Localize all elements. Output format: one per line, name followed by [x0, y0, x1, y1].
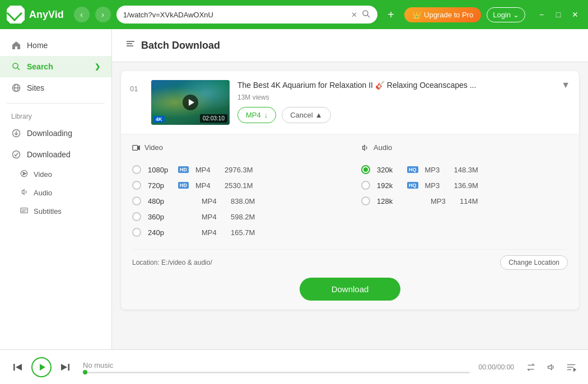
sidebar-item-sites[interactable]: Sites [0, 77, 111, 99]
svg-rect-12 [21, 208, 27, 213]
title-bar: AnyVid ‹ › 1/watch?v=XVkADAwOXnU ✕ + 👑 U… [0, 0, 588, 29]
radio-720p[interactable] [132, 181, 141, 190]
url-bar: 1/watch?v=XVkADAwOXnU ✕ [116, 6, 377, 24]
format-row-1080p[interactable]: 1080p HD MP4 2976.3M [132, 162, 339, 177]
video-section-header: Video [132, 143, 339, 155]
progress-bar[interactable] [83, 372, 470, 373]
time-display: 00:00/00:00 [479, 363, 514, 371]
download-progress-icon [11, 128, 21, 138]
format-row-192k[interactable]: 192k HQ MP3 136.9M [361, 177, 568, 193]
sidebar: Home Search ❯ Sites Library Downloading [0, 29, 112, 349]
mp4-format-button[interactable]: MP4 ↓ [237, 107, 276, 123]
svg-marker-27 [574, 368, 576, 371]
radio-480p[interactable] [132, 196, 141, 205]
app-name: AnyVid [29, 9, 64, 21]
svg-rect-22 [68, 364, 70, 371]
no-music-text: No music [83, 361, 470, 369]
batch-icon [125, 39, 136, 51]
volume-button[interactable] [543, 359, 559, 375]
svg-point-2 [13, 63, 18, 68]
format-row-240p[interactable]: 240p MP4 165.7M [132, 224, 339, 240]
url-search-button[interactable] [362, 10, 371, 20]
radio-192k[interactable] [361, 181, 370, 190]
sidebar-item-search[interactable]: Search ❯ [0, 56, 111, 77]
search-arrow-icon: ❯ [95, 63, 100, 71]
format-panel: Video 1080p HD MP4 2976.3M [121, 134, 579, 310]
radio-320k[interactable] [361, 165, 370, 174]
video-info: The Best 4K Aquarium for Relaxation II 🎸… [237, 80, 570, 123]
upgrade-button[interactable]: 👑 Upgrade to Pro [404, 7, 481, 22]
play-pause-button[interactable] [31, 357, 52, 377]
forward-button[interactable]: › [95, 7, 111, 22]
globe-icon [11, 83, 21, 93]
format-columns: Video 1080p HD MP4 2976.3M [132, 143, 568, 240]
player-controls [9, 357, 74, 377]
login-button[interactable]: Login ⌄ [487, 7, 525, 22]
window-controls: − □ ✕ [535, 8, 581, 21]
play-triangle-icon [189, 99, 194, 106]
app-logo-icon [7, 6, 25, 24]
radio-1080p[interactable] [132, 165, 141, 174]
no-music-area: No music [83, 361, 470, 373]
url-clear-button[interactable]: ✕ [351, 11, 357, 19]
radio-240p[interactable] [132, 228, 141, 237]
radio-128k[interactable] [361, 196, 370, 205]
svg-point-0 [363, 11, 368, 16]
format-row-128k[interactable]: 128k MP3 114M [361, 193, 568, 209]
playlist-button[interactable] [563, 359, 579, 375]
format-footer: Location: E:/video & audio/ Change Locat… [132, 249, 568, 270]
video-views: 13M views [237, 93, 570, 101]
quality-badge: 4K [153, 116, 165, 123]
page-header: Batch Download [112, 29, 588, 62]
minimize-button[interactable]: − [535, 8, 548, 21]
format-row-360p[interactable]: 360p MP4 598.2M [132, 209, 339, 224]
sidebar-item-home[interactable]: Home [0, 35, 111, 56]
sidebar-item-subtitles[interactable]: Subtitles [0, 202, 111, 221]
video-format-section: Video 1080p HD MP4 2976.3M [132, 143, 339, 240]
bottom-player: No music 00:00/00:00 [0, 349, 588, 384]
format-row-720p[interactable]: 720p HD MP4 2530.1M [132, 177, 339, 193]
chevron-up-icon: ▲ [315, 111, 323, 119]
svg-marker-21 [16, 364, 22, 371]
home-icon [11, 40, 21, 50]
expand-button[interactable]: ▼ [561, 80, 570, 90]
video-thumbnail: 4K 02:03:10 [151, 80, 230, 125]
video-list: 01 4K 02:03:10 The Best 4K Aquarium for … [112, 62, 588, 349]
svg-rect-18 [133, 145, 138, 150]
download-arrow-icon: ↓ [264, 111, 268, 119]
main-layout: Home Search ❯ Sites Library Downloading [0, 29, 588, 349]
svg-marker-11 [23, 172, 26, 175]
svg-line-1 [367, 15, 370, 17]
prev-track-button[interactable] [9, 359, 26, 376]
sidebar-item-audio[interactable]: Audio [0, 184, 111, 202]
radio-360p[interactable] [132, 212, 141, 221]
cancel-button[interactable]: Cancel ▲ [282, 107, 330, 123]
video-duration: 02:03:10 [200, 114, 227, 123]
video-title-row: The Best 4K Aquarium for Relaxation II 🎸… [237, 80, 570, 90]
chevron-down-icon: ⌄ [513, 11, 519, 19]
video-number: 01 [130, 85, 143, 93]
change-location-button[interactable]: Change Location [500, 255, 568, 270]
download-button[interactable]: Download [300, 278, 400, 301]
video-card-header: 01 4K 02:03:10 The Best 4K Aquarium for … [121, 71, 579, 134]
back-button[interactable]: ‹ [74, 7, 90, 22]
search-icon [11, 62, 21, 72]
check-circle-icon [11, 149, 21, 160]
add-tab-button[interactable]: + [383, 7, 399, 22]
video-icon [20, 170, 28, 179]
video-actions: MP4 ↓ Cancel ▲ [237, 107, 570, 123]
format-row-480p[interactable]: 480p MP4 838.0M [132, 193, 339, 209]
play-overlay[interactable] [183, 95, 198, 110]
format-row-320k[interactable]: 320k HQ MP3 148.3M [361, 162, 568, 177]
sidebar-item-downloaded[interactable]: Downloaded [0, 144, 111, 165]
page-title: Batch Download [141, 40, 220, 51]
maximize-button[interactable]: □ [552, 8, 564, 21]
svg-rect-20 [13, 364, 15, 371]
sidebar-item-video[interactable]: Video [0, 165, 111, 184]
video-card: 01 4K 02:03:10 The Best 4K Aquarium for … [121, 71, 579, 310]
repeat-button[interactable] [523, 359, 539, 375]
close-button[interactable]: ✕ [569, 8, 581, 21]
sidebar-item-downloading[interactable]: Downloading [0, 123, 111, 144]
next-track-button[interactable] [57, 359, 74, 376]
video-title-text: The Best 4K Aquarium for Relaxation II 🎸… [237, 81, 558, 90]
